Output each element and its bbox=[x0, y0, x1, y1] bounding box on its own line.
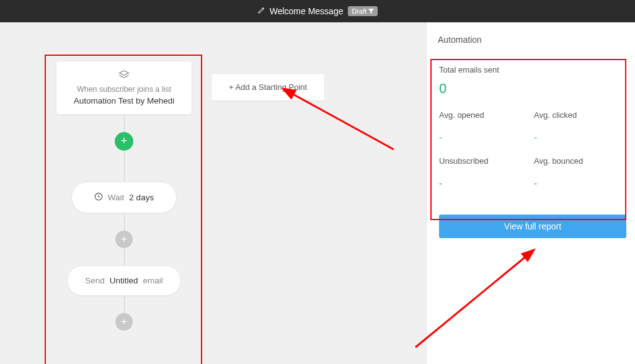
sidebar-title: Automation bbox=[427, 35, 635, 56]
add-step-button-gray[interactable]: + bbox=[115, 313, 133, 331]
connector-line bbox=[124, 151, 125, 182]
unsub-value: - bbox=[439, 178, 528, 189]
unsub-label: Unsubscribed bbox=[439, 156, 528, 166]
add-starting-point-label: + Add a Starting Point bbox=[229, 82, 307, 92]
connector-line bbox=[124, 213, 125, 231]
add-step-button[interactable]: + bbox=[115, 132, 133, 151]
main-area: When subscriber joins a list Automation … bbox=[0, 22, 635, 364]
trigger-value: Automation Test by Mehedi bbox=[63, 96, 185, 105]
avg-opened-label: Avg. opened bbox=[439, 110, 528, 120]
status-badge[interactable]: Draft bbox=[348, 6, 378, 16]
flow-column: When subscriber joins a list Automation … bbox=[56, 61, 192, 331]
stat-avg-opened: Avg. opened - bbox=[439, 110, 528, 143]
clock-icon bbox=[94, 192, 103, 203]
svg-line-1 bbox=[291, 93, 394, 149]
sidebar-panel: Automation Total emails sent 0 Avg. open… bbox=[426, 22, 635, 364]
add-step-button-gray[interactable]: + bbox=[115, 231, 133, 248]
avg-clicked-label: Avg. clicked bbox=[534, 110, 623, 120]
status-badge-label: Draft bbox=[352, 7, 366, 15]
avg-opened-value: - bbox=[439, 132, 528, 143]
top-bar: Welcome Message Draft bbox=[0, 0, 635, 22]
page-title: Welcome Message bbox=[270, 6, 344, 16]
connector-line bbox=[124, 296, 125, 313]
trigger-card[interactable]: When subscriber joins a list Automation … bbox=[56, 61, 192, 115]
wait-value: 2 days bbox=[129, 193, 154, 202]
stats-box: Total emails sent 0 Avg. opened - Avg. c… bbox=[430, 56, 631, 197]
stat-avg-clicked: Avg. clicked - bbox=[534, 110, 623, 143]
filter-icon bbox=[368, 9, 374, 14]
view-full-report-button[interactable]: View full report bbox=[439, 215, 626, 238]
connector-line bbox=[124, 115, 125, 132]
avg-bounced-label: Avg. bounced bbox=[534, 156, 623, 166]
send-email-name: Untitled bbox=[110, 276, 138, 285]
workflow-canvas[interactable]: When subscriber joins a list Automation … bbox=[0, 22, 426, 364]
connector-line bbox=[124, 248, 125, 265]
trigger-subtitle: When subscriber joins a list bbox=[63, 85, 185, 94]
avg-bounced-value: - bbox=[534, 178, 623, 189]
add-starting-point-button[interactable]: + Add a Starting Point bbox=[211, 73, 325, 101]
view-full-report-label: View full report bbox=[504, 221, 561, 231]
send-prefix: Send bbox=[85, 276, 105, 285]
pencil-icon bbox=[257, 6, 265, 16]
wait-prefix: Wait bbox=[108, 193, 125, 202]
send-email-node[interactable]: Send Untitled email bbox=[67, 265, 181, 296]
stat-unsubscribed: Unsubscribed - bbox=[439, 156, 528, 189]
top-bar-content: Welcome Message Draft bbox=[257, 6, 378, 16]
avg-clicked-value: - bbox=[534, 132, 623, 143]
layers-icon bbox=[118, 70, 130, 81]
total-emails-label: Total emails sent bbox=[439, 65, 623, 74]
total-emails-value: 0 bbox=[439, 81, 623, 97]
wait-node[interactable]: Wait 2 days bbox=[71, 182, 177, 213]
send-suffix: email bbox=[143, 276, 163, 285]
stat-avg-bounced: Avg. bounced - bbox=[534, 156, 623, 189]
